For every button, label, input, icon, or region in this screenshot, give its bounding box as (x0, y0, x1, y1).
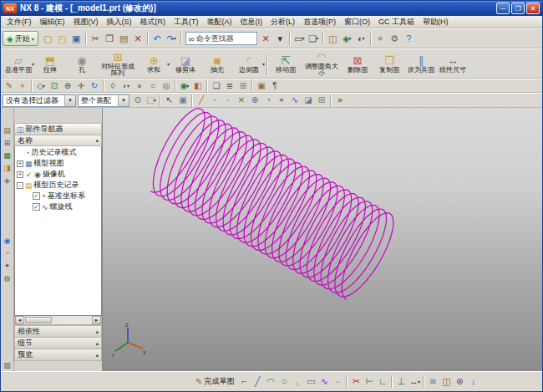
line-icon[interactable]: ╱ (251, 375, 264, 389)
reuse-library-icon[interactable]: ◨ (2, 162, 13, 174)
snap-point-on-curve-icon[interactable]: ∿ (288, 94, 302, 107)
new-file-icon[interactable]: ▢ (41, 32, 55, 46)
snap-point-on-face-icon[interactable]: ◪ (302, 94, 315, 107)
shaded-edges-icon[interactable]: ◐ (119, 79, 133, 92)
intersection-curve-icon[interactable]: ⊗ (453, 375, 466, 389)
snap-intersection-icon[interactable]: ✕ (235, 94, 248, 107)
snap-quadrant-icon[interactable]: ◔ (261, 94, 275, 107)
tree-item-model-history[interactable]: -▤模型历史记录 (15, 180, 101, 191)
quick-trim-icon[interactable]: ✂ (349, 375, 363, 389)
menu-item-10[interactable]: 窗口(O) (340, 16, 374, 28)
navigator-column-header[interactable]: 名称 ▴ (14, 135, 102, 146)
studio-render-icon[interactable]: ◎ (160, 79, 173, 92)
project-curve-icon[interactable]: ↓ (466, 375, 480, 389)
copy-icon[interactable]: ❐ (103, 32, 117, 46)
tree-expander-icon[interactable]: + (17, 171, 23, 178)
pattern-feature-button[interactable]: ⊞对特征形成阵列 (98, 50, 138, 78)
dropdown-arrow-icon[interactable]: ▾ (262, 61, 265, 67)
datum-csys-icon[interactable]: ⌖ (16, 79, 29, 92)
menu-item-7[interactable]: 信息(I) (236, 16, 267, 28)
chevron-down-icon[interactable]: ▾ (118, 95, 129, 106)
selection-filter-dropdown[interactable]: 没有选择过滤器 ▾ (3, 94, 76, 107)
perspective-icon[interactable]: ◊ (106, 79, 119, 92)
preferences-icon[interactable]: ⚙ (388, 32, 402, 46)
touch-mode-icon[interactable]: ▭ (292, 32, 307, 46)
cut-icon[interactable]: ✂ (89, 32, 103, 46)
menu-item-2[interactable]: 视图(V) (69, 16, 103, 28)
menu-more-icon[interactable]: » (333, 94, 347, 107)
navigator-hscrollbar[interactable]: ◂ ▸ (14, 316, 102, 325)
sort-ascending-icon[interactable]: ▴ (95, 137, 99, 144)
tree-item-cameras[interactable]: +✓◉摄像机 (15, 169, 101, 180)
redo-icon[interactable]: ↷ (165, 32, 179, 46)
help-icon[interactable]: ? (402, 32, 416, 46)
select-rectangle-icon[interactable]: ⬚ (145, 94, 158, 107)
command-finder[interactable]: ∞ 命令查找器 (185, 32, 257, 45)
linear-dimension-button[interactable]: ↔线性尺寸 (437, 50, 469, 78)
annotation-icon[interactable]: ¶ (268, 79, 282, 92)
process-studio-icon[interactable]: ✦ (2, 260, 13, 272)
roles-icon[interactable]: ◍ (2, 272, 13, 284)
delete-face-button[interactable]: ⊠删除面 (342, 50, 373, 78)
tree-item-helix[interactable]: ✓∿螺旋线 (15, 201, 101, 212)
offset-curve-icon[interactable]: ≋ (426, 375, 439, 389)
fillet-icon[interactable]: ◟ (291, 375, 304, 389)
menu-item-0[interactable]: 文件(F) (3, 16, 36, 28)
extrude-button[interactable]: ⬒拉伸 (34, 50, 66, 78)
view-orient-icon[interactable]: ◈ (340, 32, 354, 46)
grid-icon[interactable]: ⊞ (236, 79, 250, 92)
scrollbar-track[interactable] (24, 316, 92, 324)
trim-body-button[interactable]: ◪修剪体 (170, 50, 201, 78)
hd3d-tools-icon[interactable]: ◈ (2, 175, 13, 186)
paste-icon[interactable]: ▤ (117, 32, 131, 46)
rectangle-icon[interactable]: ▭ (304, 375, 317, 389)
menu-item-6[interactable]: 装配(A) (203, 16, 236, 28)
dimension-icon[interactable]: ↔ (408, 375, 421, 389)
top-selection-icon[interactable]: ▣ (176, 94, 190, 107)
maximize-button[interactable]: ❐ (511, 3, 525, 14)
tree-expander-icon[interactable]: + (17, 160, 23, 167)
scroll-left-icon[interactable]: ◂ (15, 316, 24, 324)
snap-bounded-grid-icon[interactable]: ⊞ (315, 94, 328, 107)
resize-blend-button[interactable]: ◠调整圆角大小 (302, 50, 342, 78)
fit-view-icon[interactable]: ⊡ (48, 79, 61, 92)
graphics-window[interactable]: Z X Y (103, 108, 542, 371)
copy-face-button[interactable]: ❐复制面 (373, 50, 405, 78)
minimize-button[interactable]: ─ (496, 3, 510, 14)
tree-item-history-mode[interactable]: ◔历史记录模式 (15, 147, 101, 158)
close-button[interactable]: ✕ (526, 3, 540, 14)
point-icon[interactable]: ∙ (331, 375, 344, 389)
chevron-down-icon[interactable]: ▾ (64, 95, 75, 106)
rotate-view-icon[interactable]: ↻ (88, 79, 101, 92)
menu-item-11[interactable]: GC 工具箱 (374, 16, 419, 28)
tree-item-datum-csys[interactable]: ✓⌖基准坐标系 (15, 191, 101, 201)
scroll-right-icon[interactable]: ▸ (92, 316, 101, 324)
helix-curve[interactable] (151, 109, 393, 299)
feature-checkbox[interactable]: ✓ (33, 203, 40, 211)
undo-icon[interactable]: ↶ (150, 32, 165, 46)
part-navigator-icon[interactable]: ▦ (2, 150, 13, 161)
layer-settings-icon[interactable]: ≣ (223, 79, 236, 92)
finder-dropdown-icon[interactable]: ▾ (273, 32, 287, 46)
geometric-constraints-icon[interactable]: ⊥ (394, 375, 408, 389)
measure-icon[interactable]: ⌖ (373, 32, 388, 46)
shaded-icon[interactable]: ● (133, 79, 146, 92)
edge-blend-button[interactable]: ◜边倒圆▾ (233, 50, 265, 78)
circle-icon[interactable]: ○ (277, 375, 291, 389)
studio-spline-icon[interactable]: ∿ (317, 375, 331, 389)
snap-end-point-icon[interactable]: ╱ (195, 94, 208, 107)
constraint-navigator-icon[interactable]: ⊞ (2, 137, 13, 149)
menu-item-9[interactable]: 首选项(P) (299, 16, 340, 28)
move-face-button[interactable]: ⇱移动面 (270, 50, 302, 78)
delete-icon[interactable]: ✕ (131, 32, 145, 46)
assembly-load-icon[interactable]: ◫ (326, 32, 340, 46)
menu-item-5[interactable]: 工具(T) (170, 16, 203, 28)
navigator-header[interactable]: ◫ 部件导航器 (14, 123, 102, 135)
wireframe-icon[interactable]: ○ (146, 79, 160, 92)
pan-icon[interactable]: ✛ (74, 79, 88, 92)
clear-finder-icon[interactable]: ✕ (259, 32, 273, 46)
menu-item-12[interactable]: 帮助(H) (419, 16, 453, 28)
unite-button[interactable]: ⊕求和▾ (138, 50, 170, 78)
web-browser-icon[interactable]: ◉ (2, 235, 13, 247)
graphics-canvas[interactable] (103, 108, 542, 371)
